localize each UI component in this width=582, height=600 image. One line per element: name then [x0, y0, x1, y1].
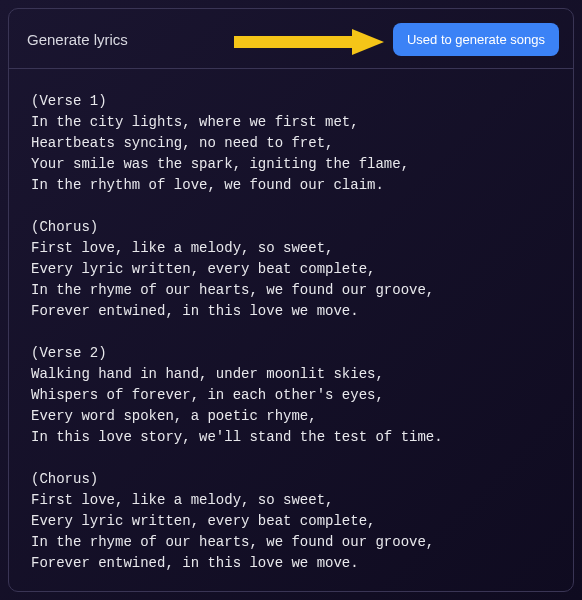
used-to-generate-songs-button[interactable]: Used to generate songs — [393, 23, 559, 56]
lyrics-card: Generate lyrics Used to generate songs (… — [8, 8, 574, 592]
card-content: (Verse 1) In the city lights, where we f… — [9, 69, 573, 591]
card-title: Generate lyrics — [27, 31, 128, 48]
card-header: Generate lyrics Used to generate songs — [9, 9, 573, 69]
lyrics-text: (Verse 1) In the city lights, where we f… — [31, 91, 551, 574]
